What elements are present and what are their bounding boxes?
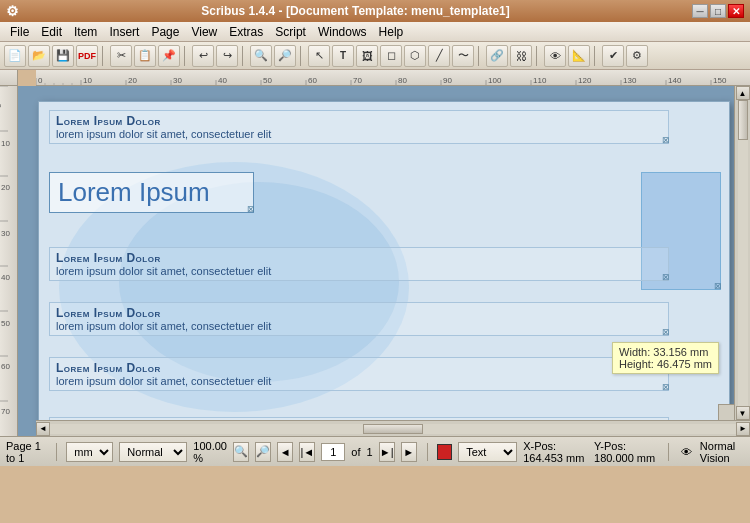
- minimize-button[interactable]: ─: [692, 4, 708, 18]
- status-sep-2: [427, 443, 428, 461]
- tb-open[interactable]: 📂: [28, 45, 50, 67]
- scroll-up-button[interactable]: ▲: [736, 86, 750, 100]
- svg-text:50: 50: [263, 76, 272, 85]
- svg-text:60: 60: [308, 76, 317, 85]
- text-block-2-body: lorem ipsum dolor sit amet, consectetuer…: [56, 265, 662, 277]
- tb-shape[interactable]: ◻: [380, 45, 402, 67]
- tb-save[interactable]: 💾: [52, 45, 74, 67]
- tb-line[interactable]: ╱: [428, 45, 450, 67]
- frame-type-select[interactable]: Text Image: [458, 442, 517, 462]
- tb-zoom-out[interactable]: 🔎: [274, 45, 296, 67]
- color-box[interactable]: [437, 444, 452, 460]
- svg-text:110: 110: [533, 76, 547, 85]
- title-text: Scribus 1.4.4 - [Document Template: menu…: [201, 4, 510, 18]
- resize-handle-large[interactable]: ⊠: [247, 204, 255, 214]
- text-block-1[interactable]: Lorem Ipsum Dolor lorem ipsum dolor sit …: [49, 110, 669, 144]
- text-block-3-heading: Lorem Ipsum Dolor: [56, 306, 662, 320]
- horizontal-scrollbar[interactable]: ◄ ►: [36, 420, 750, 436]
- menu-windows[interactable]: Windows: [312, 23, 373, 41]
- large-heading-block[interactable]: Lorem Ipsum ⊠: [49, 172, 254, 213]
- tb-unlink[interactable]: ⛓: [510, 45, 532, 67]
- x-pos: X-Pos: 164.453 mm: [523, 440, 586, 464]
- mode-select[interactable]: Normal Preview: [119, 442, 187, 462]
- vision-mode: Normal Vision: [700, 440, 744, 464]
- tb-polygon[interactable]: ⬡: [404, 45, 426, 67]
- ruler-row: 0 10 20 30 40 50 60 70 80 90 100 110 120: [0, 70, 750, 86]
- tb-select[interactable]: ↖: [308, 45, 330, 67]
- tb-sep1: [102, 46, 106, 66]
- menu-page[interactable]: Page: [145, 23, 185, 41]
- text-block-3[interactable]: Lorem Ipsum Dolor lorem ipsum dolor sit …: [49, 302, 669, 336]
- menu-script[interactable]: Script: [269, 23, 312, 41]
- menu-bar: File Edit Item Insert Page View Extras S…: [0, 22, 750, 42]
- svg-text:40: 40: [218, 76, 227, 85]
- tb-link[interactable]: 🔗: [486, 45, 508, 67]
- menu-file[interactable]: File: [4, 23, 35, 41]
- zoom-in-btn[interactable]: 🔎: [255, 442, 271, 462]
- tb-cut[interactable]: ✂: [110, 45, 132, 67]
- vertical-scrollbar[interactable]: ▲ ▼: [734, 86, 750, 420]
- tb-preflight[interactable]: ✔: [602, 45, 624, 67]
- page-number-input[interactable]: 1: [321, 443, 345, 461]
- svg-text:50: 50: [1, 319, 10, 328]
- svg-text:30: 30: [173, 76, 182, 85]
- status-sep-3: [668, 443, 669, 461]
- svg-text:20: 20: [128, 76, 137, 85]
- tb-sep2: [184, 46, 188, 66]
- scroll-thumb-h[interactable]: [363, 424, 423, 434]
- document-page: Lorem Ipsum Dolor lorem ipsum dolor sit …: [38, 101, 730, 426]
- large-heading-text: Lorem Ipsum: [58, 177, 245, 208]
- maximize-button[interactable]: □: [710, 4, 726, 18]
- menu-help[interactable]: Help: [373, 23, 410, 41]
- scroll-left-button[interactable]: ◄: [36, 422, 50, 436]
- prev-page-btn[interactable]: ◄: [277, 442, 293, 462]
- menu-extras[interactable]: Extras: [223, 23, 269, 41]
- menu-insert[interactable]: Insert: [103, 23, 145, 41]
- tb-bezier[interactable]: 〜: [452, 45, 474, 67]
- first-page-btn[interactable]: |◄: [299, 442, 315, 462]
- tb-redo[interactable]: ↪: [216, 45, 238, 67]
- tb-copy[interactable]: 📋: [134, 45, 156, 67]
- scroll-track-v[interactable]: [738, 100, 748, 406]
- text-block-2[interactable]: Lorem Ipsum Dolor lorem ipsum dolor sit …: [49, 247, 669, 281]
- tb-paste[interactable]: 📌: [158, 45, 180, 67]
- menu-edit[interactable]: Edit: [35, 23, 68, 41]
- tb-undo[interactable]: ↩: [192, 45, 214, 67]
- tb-pdf[interactable]: PDF: [76, 45, 98, 67]
- text-block-1-body: lorem ipsum dolor sit amet, consectetuer…: [56, 128, 662, 140]
- scroll-down-button[interactable]: ▼: [736, 406, 750, 420]
- resize-handle-4[interactable]: ⊠: [662, 382, 670, 392]
- resize-handle-1[interactable]: ⊠: [662, 135, 670, 145]
- tb-eye[interactable]: 👁: [544, 45, 566, 67]
- last-page-btn[interactable]: ►|: [379, 442, 395, 462]
- svg-text:10: 10: [83, 76, 92, 85]
- svg-text:150: 150: [713, 76, 727, 85]
- svg-text:10: 10: [1, 139, 10, 148]
- tb-new[interactable]: 📄: [4, 45, 26, 67]
- zoom-out-btn[interactable]: 🔍: [233, 442, 249, 462]
- scroll-right-button[interactable]: ►: [736, 422, 750, 436]
- toolbar: 📄 📂 💾 PDF ✂ 📋 📌 ↩ ↪ 🔍 🔎 ↖ T 🖼 ◻ ⬡ ╱ 〜 🔗 …: [0, 42, 750, 70]
- svg-text:60: 60: [1, 362, 10, 371]
- next-page-btn[interactable]: ►: [401, 442, 417, 462]
- menu-item[interactable]: Item: [68, 23, 103, 41]
- menu-view[interactable]: View: [185, 23, 223, 41]
- text-block-4[interactable]: Lorem Ipsum Dolor lorem ipsum dolor sit …: [49, 357, 669, 391]
- page-of: of: [351, 446, 360, 458]
- resize-handle-3[interactable]: ⊠: [662, 327, 670, 337]
- svg-text:90: 90: [443, 76, 452, 85]
- text-block-1-heading: Lorem Ipsum Dolor: [56, 114, 662, 128]
- tb-image[interactable]: 🖼: [356, 45, 378, 67]
- tb-zoom-in[interactable]: 🔍: [250, 45, 272, 67]
- tb-measure[interactable]: 📐: [568, 45, 590, 67]
- size-tooltip: Width: 33.156 mm Height: 46.475 mm: [612, 342, 719, 374]
- unit-select[interactable]: mm in pt: [66, 442, 113, 462]
- scroll-track-h[interactable]: [50, 424, 736, 434]
- resize-handle-2[interactable]: ⊠: [662, 272, 670, 282]
- tb-text[interactable]: T: [332, 45, 354, 67]
- tb-properties[interactable]: ⚙: [626, 45, 648, 67]
- resize-handle-blue[interactable]: ⊠: [714, 281, 722, 291]
- canvas-area[interactable]: Lorem Ipsum Dolor lorem ipsum dolor sit …: [18, 86, 750, 436]
- scroll-thumb-v[interactable]: [738, 100, 748, 140]
- close-button[interactable]: ✕: [728, 4, 744, 18]
